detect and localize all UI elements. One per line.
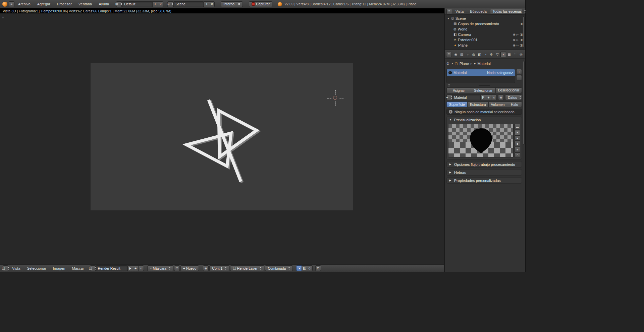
image-browse-button[interactable]: ▤ [90,265,96,271]
menu-imagen[interactable]: Imagen [50,266,68,270]
editor-type-button[interactable]: ≡ [9,1,14,7]
eye-icon[interactable]: ◉ [513,44,516,47]
render-toggle-icon[interactable]: ◨ [520,39,523,42]
panel-opciones-flujo-header[interactable]: ▶ Opciones flujo trabajo procesamiento [447,161,522,167]
tab-estructura[interactable]: Estructura [467,102,489,107]
expander-icon[interactable]: ▾ [447,17,450,20]
menu-ventana[interactable]: Ventana [75,2,95,6]
tab-modifiers[interactable]: ⚙ [489,52,494,57]
outliner-menu-vista[interactable]: Vista [452,9,467,13]
tab-object-data[interactable]: ▽ [495,52,500,57]
outliner-item-render-layers[interactable]: ▤ Capas de procesamiento ◨ [445,21,525,26]
editor-type-button[interactable]: ≡ [446,9,452,14]
eye-icon[interactable]: ◉ [513,39,516,42]
select-toggle-icon[interactable]: ▻ [517,33,519,36]
tab-physics[interactable]: ◎ [518,52,524,57]
menu-procesar[interactable]: Procesar [54,2,75,6]
mask-select[interactable]: ◓Máscara [147,265,173,271]
tab-render-layers[interactable]: ▤ [459,52,465,57]
tab-render[interactable]: ◉ [453,52,459,57]
image-name-field[interactable]: Render Result [96,265,128,271]
scene-name-field[interactable]: Scene [173,1,204,7]
preview-sky-button[interactable]: ◠ [515,152,520,158]
outliner-display-mode-select[interactable]: Todas las escenas [490,9,522,14]
pin-icon[interactable]: ⊙ [446,62,449,65]
preview-sphere-button[interactable]: ● [515,130,520,135]
properties-scrollbar[interactable] [523,61,525,145]
panel-previsualizacion-header[interactable]: ▼ Previsualización [447,117,522,123]
outliner-item-plane[interactable]: ▲ Plane ◉ ▻ ◨ [445,43,525,48]
deselect-button[interactable]: Deseleccionar [495,87,522,93]
material-browse-button[interactable]: ● [446,94,452,100]
preview-hair-button[interactable]: ≋ [515,147,520,152]
menu-ayuda[interactable]: Ayuda [96,2,112,6]
menu-agregar[interactable]: Agregar [34,2,53,6]
breadcrumb-context[interactable]: Material [478,62,491,66]
outliner-item-scene[interactable]: ▾ ◎ Scene [445,16,525,21]
screen-layout-browse-button[interactable]: ▦ [116,1,122,7]
menu-seleccionar[interactable]: Seleccionar [24,266,49,270]
material-name-field[interactable]: Material [452,94,481,100]
nodes-toggle-button[interactable]: ◈ [498,94,504,100]
region-expand-plus-icon[interactable]: + [2,15,4,20]
outliner-item-exterior[interactable]: ☀ Exterior.001 ◉ ▻ ◨ [445,37,525,43]
material-slot-row[interactable]: Material Nodo <ninguno> [447,69,515,76]
slot-toggle-icon[interactable] [448,84,450,86]
breadcrumb-object[interactable]: Plane [460,62,469,66]
blender-app-icon[interactable] [2,2,7,7]
assign-button[interactable]: Asignar [446,87,471,93]
render-pass-select[interactable]: Combinada [265,265,293,271]
outliner-menu-busqueda[interactable]: Búsqueda [467,9,490,13]
screen-layout-delete-button[interactable]: × [158,1,163,7]
mask-new-button[interactable]: +Nuevo [180,265,199,271]
outliner-item-world[interactable]: ◍ World [445,26,525,32]
slot-add-button[interactable]: + [516,69,522,74]
scene-add-button[interactable]: + [204,1,209,7]
panel-hebras-header[interactable]: ▶ Hebras [447,170,522,175]
material-slot-empty-row[interactable] [447,76,515,83]
draw-channels-alpha-toggle[interactable]: ◧ [302,265,307,271]
draw-channels-rgb-toggle[interactable]: ◑ [296,265,302,271]
link-mode-select[interactable]: Datos [505,94,522,100]
list-resize-grip[interactable] [479,85,490,86]
material-add-button[interactable]: + [486,94,491,100]
tab-texture[interactable]: ▦ [506,52,512,57]
outliner-scrollbar[interactable] [523,16,525,47]
tab-superficie[interactable]: Superficie [446,102,468,107]
preview-cube-button[interactable]: ■ [515,135,520,141]
select-toggle-icon[interactable]: ▻ [517,44,519,47]
image-fake-user-button[interactable]: F [127,265,133,271]
mask-edit-toggle[interactable]: ◇ [307,265,313,271]
editor-type-button[interactable]: ▤ [3,265,8,271]
render-toggle-icon[interactable]: ◨ [520,44,523,47]
tab-halo[interactable]: Halo [507,102,522,107]
render-toggle-icon[interactable]: ◨ [520,33,523,36]
select-toggle-icon[interactable]: ▻ [517,39,519,42]
material-fake-user-button[interactable]: F [480,94,486,100]
screencast-capture-button[interactable]: Capturar [249,1,272,7]
tab-constraints[interactable]: ◔ [483,52,488,57]
scene-delete-button[interactable]: × [209,1,215,7]
render-slot-select[interactable]: Cont 1 [209,265,229,271]
display-settings-button[interactable]: ◈ [203,265,209,271]
screen-layout-name-field[interactable]: Default [122,1,153,7]
mask-pin-button[interactable]: ⊙ [174,265,180,271]
tab-volumen[interactable]: Volumen [488,102,507,107]
tab-material[interactable]: ◕ [500,52,506,57]
preview-flat-button[interactable]: ▬ [515,124,520,129]
screen-layout-add-button[interactable]: + [152,1,158,7]
menu-archivo[interactable]: Archivo [15,2,34,6]
editor-type-button[interactable]: ≡ [446,52,452,57]
eye-icon[interactable]: ◉ [513,33,516,36]
render-toggle-icon[interactable]: ◨ [520,22,523,25]
preview-monkey-button[interactable]: ◆ [515,141,520,146]
image-unlink-button[interactable]: × [138,265,144,271]
render-engine-select[interactable]: Interno [221,1,243,7]
image-new-button[interactable]: + [133,265,139,271]
tab-scene[interactable]: ◒ [465,52,471,57]
outliner-item-camera[interactable]: ◧ Camera ◉ ▻ ◨ [445,32,525,37]
render-layer-select[interactable]: ▤RenderLayer [230,265,264,271]
tab-world[interactable]: ◍ [471,52,477,57]
slot-remove-button[interactable]: − [516,75,522,80]
menu-vista[interactable]: Vista [9,266,23,270]
